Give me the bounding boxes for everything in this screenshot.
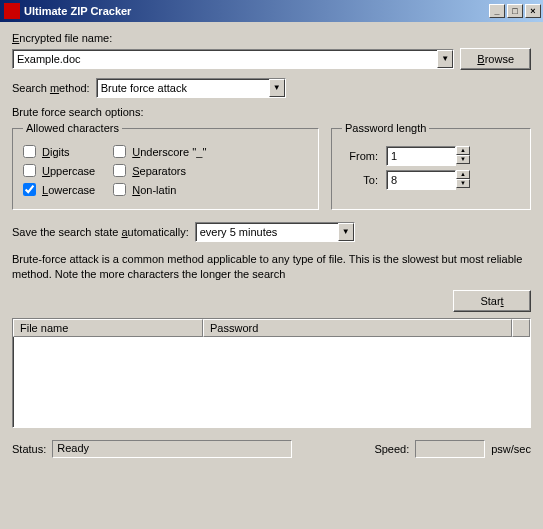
dropdown-icon[interactable]: ▼: [269, 79, 285, 97]
description-text: Brute-force attack is a common method ap…: [12, 252, 531, 282]
save-interval-value: every 5 minutes: [196, 226, 338, 238]
separators-checkbox[interactable]: Separators: [113, 164, 206, 177]
uppercase-checkbox[interactable]: Uppercase: [23, 164, 95, 177]
from-input[interactable]: [386, 146, 456, 166]
from-label: From:: [342, 150, 378, 162]
status-bar: Status: Ready Speed: psw/sec: [0, 436, 543, 464]
encrypted-file-label: Encrypted file name:: [12, 32, 531, 44]
lowercase-checkbox[interactable]: Lowercase: [23, 183, 95, 196]
speed-unit: psw/sec: [491, 443, 531, 455]
password-column-header[interactable]: Password: [203, 319, 512, 337]
browse-button[interactable]: Browse: [460, 48, 531, 70]
save-state-label: Save the search state automatically:: [12, 226, 189, 238]
status-label: Status:: [12, 443, 46, 455]
spin-down-icon[interactable]: ▼: [456, 179, 470, 188]
speed-value: [415, 440, 485, 458]
bf-options-label: Brute force search options:: [12, 106, 531, 118]
titlebar: Ultimate ZIP Cracker _ □ ×: [0, 0, 543, 22]
encrypted-file-value: Example.doc: [13, 53, 437, 65]
start-button[interactable]: Start: [453, 290, 531, 312]
password-length-legend: Password length: [342, 122, 429, 134]
allowed-characters-legend: Allowed characters: [23, 122, 122, 134]
nonlatin-checkbox[interactable]: Non-latin: [113, 183, 206, 196]
close-button[interactable]: ×: [525, 4, 541, 18]
spin-down-icon[interactable]: ▼: [456, 155, 470, 164]
speed-label: Speed:: [374, 443, 409, 455]
search-method-label: Search method:: [12, 82, 90, 94]
from-spinner[interactable]: ▲▼: [386, 146, 470, 166]
to-input[interactable]: [386, 170, 456, 190]
minimize-button[interactable]: _: [489, 4, 505, 18]
search-method-combo[interactable]: Brute force attack ▼: [96, 78, 286, 98]
filename-column-header[interactable]: File name: [13, 319, 203, 337]
maximize-button[interactable]: □: [507, 4, 523, 18]
dropdown-icon[interactable]: ▼: [437, 50, 453, 68]
status-value: Ready: [52, 440, 292, 458]
save-interval-combo[interactable]: every 5 minutes ▼: [195, 222, 355, 242]
results-table[interactable]: File name Password: [12, 318, 531, 428]
window-title: Ultimate ZIP Cracker: [24, 5, 489, 17]
encrypted-file-combo[interactable]: Example.doc ▼: [12, 49, 454, 69]
dropdown-icon[interactable]: ▼: [338, 223, 354, 241]
app-icon: [4, 3, 20, 19]
allowed-characters-group: Allowed characters Digits Uppercase Lowe…: [12, 122, 319, 210]
password-length-group: Password length From: ▲▼ To: ▲▼: [331, 122, 531, 210]
search-method-value: Brute force attack: [97, 82, 269, 94]
to-spinner[interactable]: ▲▼: [386, 170, 470, 190]
spin-up-icon[interactable]: ▲: [456, 146, 470, 155]
underscore-checkbox[interactable]: Underscore ''_'': [113, 145, 206, 158]
spin-up-icon[interactable]: ▲: [456, 170, 470, 179]
column-spacer: [512, 319, 530, 337]
to-label: To:: [342, 174, 378, 186]
digits-checkbox[interactable]: Digits: [23, 145, 95, 158]
